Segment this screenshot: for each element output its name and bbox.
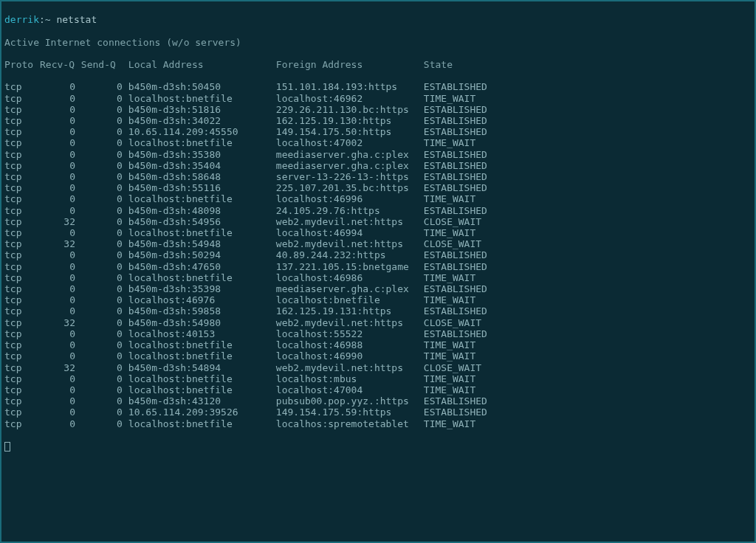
table-row: tcp32 0b450m-d3sh:54980web2.mydevil.net:… [4,317,752,328]
cell-proto: tcp [4,305,40,317]
cell-state: CLOSE_WAIT [424,238,512,249]
cell-local: b450m-d3sh:35404 [123,160,276,171]
cell-local: b450m-d3sh:50450 [123,81,276,92]
cell-proto: tcp [4,328,40,339]
cell-foreign: 149.154.175.50:https [276,126,424,137]
cell-recvq: 0 [40,407,75,418]
cell-local: b450m-d3sh:35398 [123,283,276,294]
column-headers: ProtoRecv-Q Send-QLocal AddressForeign A… [4,59,752,70]
table-row: tcp0 0localhost:bnetfilelocalhost:46962T… [4,93,752,104]
cell-proto: tcp [4,115,40,126]
cursor-line [4,440,752,452]
cell-foreign: localhost:46994 [276,227,424,238]
cell-local: localhost:40153 [123,328,276,339]
cell-sendq: 0 [81,373,123,384]
cell-recvq: 0 [40,171,75,182]
cell-sendq: 0 [81,350,123,362]
cell-sendq: 0 [81,160,123,171]
cell-state: TIME_WAIT [424,418,512,429]
cell-sendq: 0 [81,137,123,148]
table-row: tcp0 0b450m-d3sh:4809824.105.29.76:https… [4,205,752,216]
table-row: tcp0 0b450m-d3sh:34022162.125.19.130:htt… [4,115,752,126]
cell-local: localhost:bnetfile [123,272,276,283]
table-row: tcp0 0b450m-d3sh:58648server-13-226-13-:… [4,171,752,182]
table-row: tcp32 0b450m-d3sh:54948web2.mydevil.net:… [4,238,752,249]
cell-proto: tcp [4,227,40,238]
cell-sendq: 0 [81,171,123,182]
cell-foreign: localhost:46990 [276,350,424,362]
cell-proto: tcp [4,149,40,160]
cell-state: ESTABLISHED [424,407,512,418]
cell-foreign: 149.154.175.59:https [276,407,424,418]
cell-sendq: 0 [81,81,123,92]
cell-recvq: 0 [40,350,75,362]
cell-state: ESTABLISHED [424,395,512,407]
cell-sendq: 0 [81,104,123,115]
cell-proto: tcp [4,407,40,418]
cell-sendq: 0 [81,384,123,395]
cell-sendq: 0 [81,182,123,193]
cell-state: TIME_WAIT [424,137,512,148]
table-row: tcp0 010.65.114.209:45550149.154.175.50:… [4,126,752,137]
cell-recvq: 32 [40,238,75,249]
cell-local: localhost:bnetfile [123,137,276,148]
cell-foreign: localhost:47004 [276,384,424,395]
header-foreign: Foreign Address [276,59,424,70]
cell-state: ESTABLISHED [424,81,512,92]
cell-recvq: 0 [40,305,75,317]
prompt-separator: : [39,14,45,25]
connection-list: tcp0 0b450m-d3sh:50450151.101.184.193:ht… [4,81,752,429]
table-row: tcp0 0localhost:bnetfilelocalhost:46988T… [4,339,752,350]
table-row: tcp0 0localhost:bnetfilelocalhost:47004T… [4,384,752,395]
cell-proto: tcp [4,283,40,294]
cell-local: b450m-d3sh:59858 [123,305,276,317]
cell-foreign: localhost:46996 [276,193,424,204]
cell-proto: tcp [4,395,40,407]
cell-state: TIME_WAIT [424,339,512,350]
cell-local: b450m-d3sh:54948 [123,238,276,249]
prompt-user: derrik [4,14,39,25]
cell-proto: tcp [4,182,40,193]
cell-local: b450m-d3sh:47650 [123,261,276,272]
table-row: tcp0 0localhost:bnetfilelocalhost:mbusTI… [4,373,752,384]
cell-recvq: 0 [40,418,75,429]
cell-proto: tcp [4,418,40,429]
cell-sendq: 0 [81,272,123,283]
cell-foreign: localhost:46986 [276,272,424,283]
cell-recvq: 0 [40,373,75,384]
cell-sendq: 0 [81,238,123,249]
table-row: tcp0 0localhost:bnetfilelocalhost:46986T… [4,272,752,283]
cell-foreign: web2.mydevil.net:https [276,362,424,373]
cell-state: CLOSE_WAIT [424,317,512,328]
cell-state: TIME_WAIT [424,294,512,305]
terminal-window[interactable]: derrik:~ netstat Active Internet connect… [0,0,756,543]
cell-proto: tcp [4,261,40,272]
cell-recvq: 0 [40,227,75,238]
table-row: tcp0 0localhost:bnetfilelocalhos:spremot… [4,418,752,429]
cell-recvq: 0 [40,395,75,407]
cell-proto: tcp [4,93,40,104]
table-row: tcp0 0localhost:bnetfilelocalhost:46994T… [4,227,752,238]
cell-local: b450m-d3sh:35380 [123,149,276,160]
cell-state: CLOSE_WAIT [424,216,512,227]
cell-sendq: 0 [81,149,123,160]
cell-foreign: pubsub00.pop.yyz.:https [276,395,424,407]
cell-local: localhost:bnetfile [123,418,276,429]
cell-foreign: meediaserver.gha.c:plex [276,283,424,294]
prompt-cwd: ~ [45,14,51,25]
cell-proto: tcp [4,350,40,362]
header-proto: Proto [4,59,40,70]
cell-recvq: 0 [40,283,75,294]
cell-state: TIME_WAIT [424,193,512,204]
cell-local: b450m-d3sh:43120 [123,395,276,407]
cell-sendq: 0 [81,227,123,238]
table-row: tcp0 010.65.114.209:39526149.154.175.59:… [4,407,752,418]
cell-local: b450m-d3sh:54894 [123,362,276,373]
cell-recvq: 32 [40,317,75,328]
cell-recvq: 0 [40,137,75,148]
cell-proto: tcp [4,294,40,305]
cell-foreign: localhost:bnetfile [276,294,424,305]
table-row: tcp0 0b450m-d3sh:59858162.125.19.131:htt… [4,305,752,317]
cell-local: localhost:bnetfile [123,193,276,204]
cell-sendq: 0 [81,418,123,429]
